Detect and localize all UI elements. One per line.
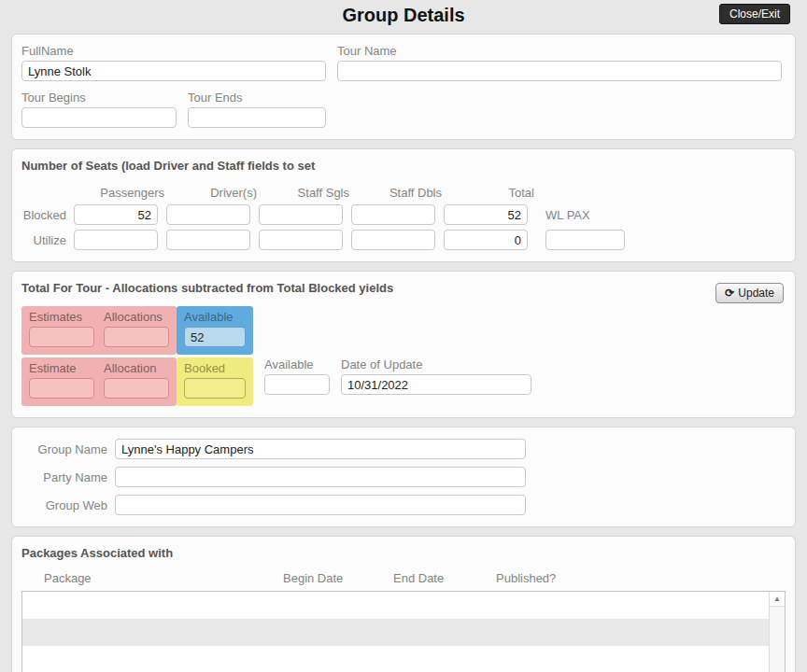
utilize-staff-sgls-input[interactable] xyxy=(259,230,343,250)
group-web-input[interactable] xyxy=(115,495,526,515)
seats-column-headers: Passengers Driver(s) Staff Sgls Staff Db… xyxy=(21,186,786,200)
blocked-staff-sgls-input[interactable] xyxy=(259,204,343,225)
close-exit-button[interactable]: Close/Exit xyxy=(719,4,790,24)
fullname-field: FullName xyxy=(21,44,326,81)
column-header-end-date: End Date xyxy=(393,571,496,585)
available2-label: Available xyxy=(264,357,330,371)
booked-input[interactable] xyxy=(184,378,246,399)
group-name-input[interactable] xyxy=(115,439,526,459)
utilize-label: Utilize xyxy=(21,233,74,247)
update-button[interactable]: ⟳Update xyxy=(715,283,784,303)
party-name-input[interactable] xyxy=(115,467,526,487)
packages-listbox[interactable]: ▲ xyxy=(21,591,786,672)
seats-panel: Number of Seats (load Driver and Staff f… xyxy=(11,148,796,262)
package-row xyxy=(22,592,785,619)
wl-pax-input[interactable] xyxy=(545,230,625,250)
available-label: Available xyxy=(184,310,246,324)
utilize-staff-dbls-input[interactable] xyxy=(351,230,435,250)
group-name-label: Group Name xyxy=(21,442,115,456)
tour-name-label: Tour Name xyxy=(337,44,782,58)
available-box: Available xyxy=(177,306,253,355)
estimate-allocation-box: Estimate Allocation xyxy=(21,357,177,406)
tour-info-panel: FullName Tour Name Tour Begins Tour Ends xyxy=(11,34,796,140)
party-name-label: Party Name xyxy=(21,470,115,484)
blocked-drivers-input[interactable] xyxy=(166,204,250,225)
estimates-allocations-box: Estimates Allocations xyxy=(21,306,177,355)
column-header-passengers: Passengers xyxy=(81,186,174,200)
booked-field: Booked xyxy=(184,361,246,399)
estimates-field: Estimates xyxy=(29,310,94,347)
column-header-published: Published? xyxy=(496,571,786,585)
estimate-label: Estimate xyxy=(29,361,94,375)
page-title: Group Details xyxy=(0,0,807,26)
column-header-drivers: Driver(s) xyxy=(174,186,266,200)
update-button-label: Update xyxy=(738,287,774,300)
listbox-scrollbar[interactable]: ▲ xyxy=(769,592,785,672)
estimates-input[interactable] xyxy=(29,327,94,347)
tour-ends-input[interactable] xyxy=(188,107,326,128)
tour-name-field: Tour Name xyxy=(337,44,782,81)
blocked-row: Blocked WL PAX xyxy=(21,204,786,225)
group-web-row: Group Web xyxy=(21,495,786,515)
group-panel: Group Name Party Name Group Web xyxy=(11,427,796,527)
allocation-input[interactable] xyxy=(104,378,169,399)
tour-begins-label: Tour Begins xyxy=(21,91,177,105)
packages-column-headers: Package Begin Date End Date Published? xyxy=(21,571,786,585)
blocked-staff-dbls-input[interactable] xyxy=(351,204,435,225)
top-bar: Group Details Close/Exit xyxy=(0,0,807,28)
fullname-input[interactable] xyxy=(21,61,326,81)
totals-header: Total For Tour - Allocations subtracted … xyxy=(21,281,786,295)
totals-panel: Total For Tour - Allocations subtracted … xyxy=(11,271,796,418)
allocations-field: Allocations xyxy=(104,310,169,347)
utilize-drivers-input[interactable] xyxy=(166,230,250,250)
package-row xyxy=(22,646,785,672)
totals-row-2: Estimate Allocation Booked Available xyxy=(21,357,786,406)
booked-box: Booked xyxy=(177,357,253,406)
wl-pax-label: WL PAX xyxy=(545,208,590,222)
utilize-passengers-input[interactable] xyxy=(74,230,158,250)
blocked-total-input[interactable] xyxy=(444,204,528,225)
allocations-label: Allocations xyxy=(104,310,169,324)
column-header-package: Package xyxy=(21,571,283,585)
allocation-field: Allocation xyxy=(104,361,169,399)
estimates-label: Estimates xyxy=(29,310,94,324)
column-header-staff-dbls: Staff Dbls xyxy=(359,186,451,200)
utilize-row: Utilize xyxy=(21,230,786,250)
available2-field: Available xyxy=(264,357,330,395)
package-row xyxy=(22,619,785,646)
tour-ends-label: Tour Ends xyxy=(188,91,326,105)
blocked-label: Blocked xyxy=(21,208,74,222)
date-of-update-field: Date of Update xyxy=(341,357,531,395)
tour-ends-field: Tour Ends xyxy=(188,91,326,128)
allocation-label: Allocation xyxy=(104,361,169,375)
party-name-row: Party Name xyxy=(21,467,786,487)
fullname-label: FullName xyxy=(21,44,326,58)
packages-header: Packages Associated with xyxy=(21,546,786,560)
utilize-total-input[interactable] xyxy=(444,230,528,250)
available-input[interactable] xyxy=(184,327,246,347)
column-header-staff-sgls: Staff Sgls xyxy=(266,186,359,200)
date-of-update-label: Date of Update xyxy=(341,357,531,371)
available-field: Available xyxy=(184,310,246,347)
date-of-update-input[interactable] xyxy=(341,374,531,395)
packages-panel: Packages Associated with Package Begin D… xyxy=(11,536,796,672)
group-name-row: Group Name xyxy=(21,439,786,459)
estimate-input[interactable] xyxy=(29,378,94,399)
column-header-begin-date: Begin Date xyxy=(283,571,393,585)
booked-label: Booked xyxy=(184,361,246,375)
group-web-label: Group Web xyxy=(21,498,115,512)
tour-name-input[interactable] xyxy=(337,61,782,81)
tour-begins-input[interactable] xyxy=(21,107,177,128)
available2-input[interactable] xyxy=(264,374,330,395)
allocations-input[interactable] xyxy=(104,327,169,347)
scroll-up-icon[interactable]: ▲ xyxy=(770,592,785,607)
seats-header: Number of Seats (load Driver and Staff f… xyxy=(21,159,786,173)
tour-begins-field: Tour Begins xyxy=(21,91,177,128)
blocked-passengers-input[interactable] xyxy=(74,204,158,225)
column-header-total: Total xyxy=(451,186,544,200)
refresh-icon: ⟳ xyxy=(725,287,734,300)
estimate-field: Estimate xyxy=(29,361,94,399)
totals-row-1: Estimates Allocations Available xyxy=(21,306,786,355)
